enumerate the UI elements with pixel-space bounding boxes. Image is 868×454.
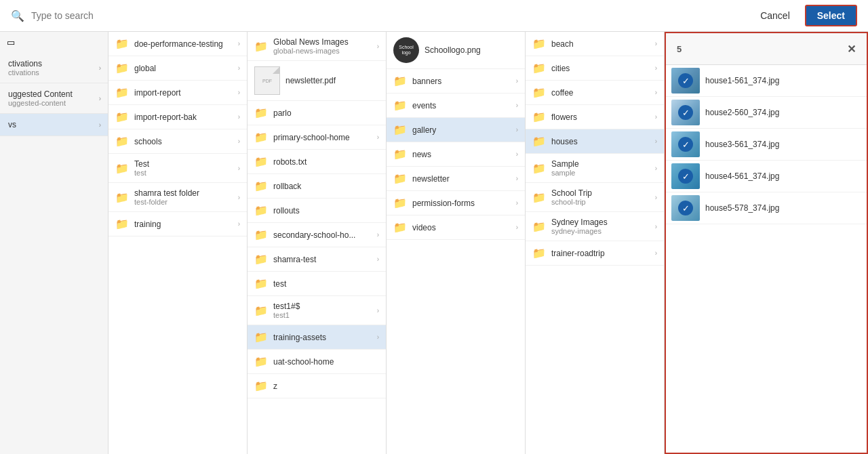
folder-row[interactable]: 📁 uat-school-home <box>248 350 386 374</box>
folder-row[interactable]: 📁 shamra-test › <box>248 247 386 272</box>
sidebar-item-label: vs <box>8 120 16 129</box>
folder-row[interactable]: 📁 schools › <box>108 129 247 154</box>
topbar: 🔍 Cancel Select <box>0 0 868 32</box>
folder-row[interactable]: 📁 import-report-bak › <box>108 105 247 129</box>
folder-row[interactable]: 📁 newsletter › <box>387 167 525 191</box>
folder-row[interactable]: 📁 parlo <box>248 101 386 125</box>
chevron-right-icon: › <box>377 307 379 314</box>
folder-row[interactable]: 📁 test <box>248 272 386 296</box>
folder-row[interactable]: 📁 cities › <box>526 56 664 81</box>
chevron-right-icon: › <box>238 113 240 121</box>
folder-row[interactable]: 📁 news › <box>387 142 525 167</box>
folder-icon: 📁 <box>532 62 546 75</box>
sidebar-item-vs[interactable]: vs › <box>0 114 108 136</box>
folder-label: Sydney Images <box>551 218 650 227</box>
folder-row[interactable]: 📁 videos › <box>387 215 525 240</box>
folder-row[interactable]: 📁 robots.txt <box>248 150 386 174</box>
folder-row[interactable]: 📁 primary-school-home › <box>248 125 386 150</box>
folder-row[interactable]: 📁 global › <box>108 56 247 81</box>
close-icon[interactable]: ✕ <box>847 43 856 56</box>
folder-row[interactable]: 📁 coffee › <box>526 81 664 105</box>
folder-row[interactable]: 📁 beach › <box>526 32 664 56</box>
main-layout: ▭ ctivations ctivations › uggested Conte… <box>0 32 868 454</box>
folder-label: banners <box>412 77 511 86</box>
chevron-right-icon: › <box>516 199 518 207</box>
house-thumbnail: ✓ <box>671 163 700 189</box>
sidebar-item-suggested[interactable]: uggested Content uggested-content › <box>0 83 108 114</box>
chevron-right-icon: › <box>655 223 657 230</box>
folder-row[interactable]: 📁 houses › <box>526 129 664 154</box>
folder-label: Test <box>134 159 233 169</box>
folder-row[interactable]: 📁 gallery › <box>387 118 525 142</box>
folder-row[interactable]: 📁 Sample sample › <box>526 154 664 183</box>
file-row[interactable]: PDF newsletter.pdf <box>248 61 386 101</box>
folder-icon: 📁 <box>393 197 407 209</box>
folder-label: flowers <box>551 112 650 122</box>
image-row[interactable]: Schoollogo Schoollogo.png <box>387 32 525 69</box>
folder-row[interactable]: 📁 Test test › <box>108 154 247 183</box>
search-input[interactable] <box>31 10 745 21</box>
folder-row[interactable]: 📁 secondary-school-ho... › <box>248 223 386 247</box>
folder-row[interactable]: 📁 training › <box>108 212 247 236</box>
folder-icon: 📁 <box>393 75 407 87</box>
folder-icon: 📁 <box>254 379 268 392</box>
folder-row[interactable]: 📁 test1#$ test1 › <box>248 296 386 325</box>
folder-label: training-assets <box>273 333 372 342</box>
folder-icon: 📁 <box>532 247 546 260</box>
folder-label: newsletter <box>412 174 511 184</box>
folder-row[interactable]: 📁 training-assets › <box>248 325 386 350</box>
select-button[interactable]: Select <box>805 5 857 26</box>
selected-overlay: ✓ <box>671 163 700 189</box>
folder-label: beach <box>551 39 650 49</box>
folder-icon: 📁 <box>532 191 546 204</box>
folder-row[interactable]: 📁 shamra test folder test-folder › <box>108 183 247 212</box>
house-image-row[interactable]: ✓ house1-561_374.jpg <box>666 65 867 97</box>
folder-row[interactable]: 📁 rollouts <box>248 199 386 223</box>
folder-label: newsletter.pdf <box>285 76 379 85</box>
folder-row[interactable]: 📁 trainer-roadtrip › <box>526 241 664 266</box>
folder-row[interactable]: 📁 Sydney Images sydney-images › <box>526 212 664 241</box>
folder-row[interactable]: 📁 Global News Images global-news-images … <box>248 32 386 61</box>
sidebar-item-sub: uggested-content <box>8 99 73 107</box>
search-icon[interactable]: 🔍 <box>11 9 24 22</box>
selected-overlay: ✓ <box>671 131 700 157</box>
selected-overlay: ✓ <box>671 195 700 221</box>
folder-icon: 📁 <box>254 355 268 368</box>
panel-toggle[interactable]: ▭ <box>0 32 108 53</box>
chevron-right-icon: › <box>238 64 240 72</box>
house-image-row[interactable]: ✓ house2-560_374.jpg <box>666 97 867 129</box>
chevron-right-icon: › <box>655 165 657 172</box>
folder-row[interactable]: 📁 flowers › <box>526 105 664 129</box>
folder-icon: 📁 <box>532 162 546 175</box>
folder-sublabel: test <box>134 169 233 177</box>
folder-icon: 📁 <box>532 135 546 148</box>
house-image-row[interactable]: ✓ house3-561_374.jpg <box>666 129 867 161</box>
folder-row[interactable]: 📁 doe-performance-testing › <box>108 32 247 56</box>
folder-icon: 📁 <box>254 204 268 217</box>
folder-row[interactable]: 📁 rollback <box>248 174 386 199</box>
folder-label: secondary-school-ho... <box>273 230 372 240</box>
folder-icon: 📁 <box>115 162 129 175</box>
house-image-label: house4-561_374.jpg <box>705 171 861 181</box>
chevron-right-icon: › <box>99 64 101 72</box>
folder-row[interactable]: 📁 z <box>248 374 386 398</box>
folder-row[interactable]: 📁 permission-forms › <box>387 191 525 215</box>
chevron-right-icon: › <box>516 150 518 158</box>
folder-row[interactable]: 📁 import-report › <box>108 81 247 105</box>
house-image-row[interactable]: ✓ house5-578_374.jpg <box>666 192 867 224</box>
folder-label: training <box>134 220 233 229</box>
sidebar-left: ▭ ctivations ctivations › uggested Conte… <box>0 32 108 454</box>
folder-row[interactable]: 📁 events › <box>387 94 525 118</box>
folder-row[interactable]: 📁 School Trip school-trip › <box>526 183 664 212</box>
columns-container: 📁 doe-performance-testing › 📁 global › 📁… <box>108 32 868 454</box>
folder-row[interactable]: 📁 banners › <box>387 69 525 94</box>
chevron-right-icon: › <box>655 113 657 121</box>
folder-icon: 📁 <box>532 110 546 123</box>
sidebar-item-activations[interactable]: ctivations ctivations › <box>0 53 108 83</box>
house-image-row[interactable]: ✓ house4-561_374.jpg <box>666 161 867 192</box>
folder-icon: 📁 <box>115 62 129 75</box>
pdf-icon: PDF <box>254 66 280 95</box>
folder-label: doe-performance-testing <box>134 39 233 49</box>
chevron-right-icon: › <box>99 95 101 102</box>
cancel-button[interactable]: Cancel <box>752 6 798 25</box>
